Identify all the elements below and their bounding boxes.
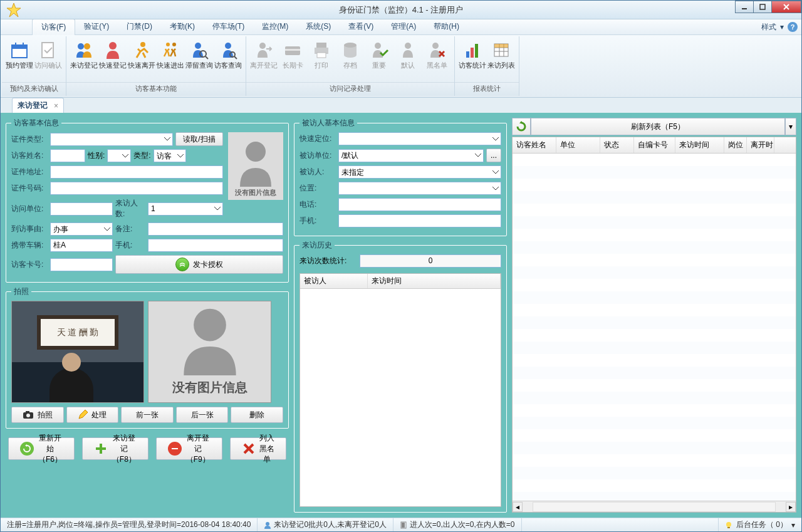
history-col-time[interactable]: 来访时间 (368, 274, 501, 288)
menu-tab-8[interactable]: 管理(A) (382, 19, 425, 35)
reason-select[interactable]: 办事 (50, 222, 113, 236)
cert-no-input[interactable] (50, 182, 223, 195)
menu-tab-4[interactable]: 停车场(T) (204, 19, 253, 35)
tab-close-icon[interactable]: × (54, 102, 58, 110)
ribbon-person-leave[interactable]: 离开登记 (250, 38, 278, 82)
ribbon-run-two[interactable]: 快速进出 (157, 38, 184, 82)
ribbon-bars[interactable]: 访客统计 (459, 38, 486, 82)
grid-col-2[interactable]: 状态 (600, 137, 634, 153)
svg-rect-45 (26, 411, 29, 413)
ribbon-person-yellow[interactable]: 默认 (394, 38, 422, 82)
cert-addr-input[interactable] (50, 165, 223, 179)
blacklist-button[interactable]: 列入黑名单 (230, 437, 286, 460)
ribbon-people-blue[interactable]: 来访登记 (70, 38, 98, 82)
host-unit-select[interactable]: /默认 (338, 149, 484, 162)
svg-point-15 (172, 43, 176, 46)
style-menu[interactable]: 样式 (761, 22, 776, 33)
restart-button[interactable]: 重新开始（F6） (8, 437, 75, 460)
grid-hscrollbar[interactable]: ◂▸ (513, 501, 796, 512)
next-photo-button[interactable]: 后一张 (176, 407, 229, 423)
ribbon-person-red[interactable]: 快速登记 (99, 38, 127, 82)
tab-label: 来访登记 (18, 100, 48, 111)
vehicle-input[interactable] (50, 239, 113, 252)
photo-group: 拍照 天 道 酬 勤 没有图片信息 拍照 处理 前一张 (6, 286, 289, 429)
ribbon-doc-check[interactable]: 访问确认 (34, 38, 62, 82)
label-host: 被访人: (299, 167, 336, 177)
unit-browse-button[interactable]: ... (486, 149, 501, 162)
doc-check-icon (38, 40, 58, 60)
ribbon-db[interactable]: 存档 (336, 38, 364, 82)
svg-point-22 (259, 43, 266, 49)
menu-tab-9[interactable]: 帮助(H) (425, 19, 468, 35)
card-icon (283, 40, 303, 60)
host-info-legend: 被访人基本信息 (299, 118, 357, 128)
remark-input[interactable] (148, 222, 283, 236)
style-dropdown-icon[interactable]: ▾ (780, 23, 784, 31)
menu-tab-1[interactable]: 验证(Y) (75, 19, 118, 35)
refresh-dropdown-button[interactable]: ▾ (785, 118, 796, 135)
close-button[interactable] (771, 1, 801, 13)
menu-tab-2[interactable]: 门禁(D) (118, 19, 161, 35)
status-tasks[interactable]: 后台任务（ 0）▾ (718, 518, 801, 531)
ribbon-calendar[interactable]: 预约管理 (6, 38, 33, 82)
ribbon-run-yellow[interactable]: 快速离开 (128, 38, 155, 82)
ribbon-card[interactable]: 长期卡 (279, 38, 306, 82)
cert-type-select[interactable] (50, 133, 173, 146)
category-select[interactable]: 访客 (154, 149, 186, 162)
quick-locate-select[interactable] (338, 132, 501, 145)
help-icon[interactable]: ? (788, 22, 798, 32)
photo-legend: 拍照 (11, 286, 31, 297)
issue-card-button[interactable]: 发卡授权 (115, 255, 283, 274)
menu-tab-5[interactable]: 监控(M) (253, 19, 297, 35)
phone-input[interactable] (148, 239, 283, 252)
label-remark: 备注: (115, 224, 145, 234)
status-login-info: 注册=注册用户,岗位=终端,操作员=管理员,登录时间=2016-08-04 18… (1, 518, 258, 531)
refresh-list-button[interactable]: 刷新列表（F5） (531, 118, 785, 135)
leave-button[interactable]: 离开登记（F9） (156, 437, 222, 460)
visit-unit-input[interactable] (50, 202, 113, 216)
svg-point-12 (109, 42, 117, 50)
shoot-button[interactable]: 拍照 (11, 407, 64, 423)
delete-photo-button[interactable]: 删除 (231, 407, 283, 423)
tel-input[interactable] (338, 198, 501, 211)
prev-photo-button[interactable]: 前一张 (121, 407, 174, 423)
read-scan-button[interactable]: 读取/扫描 (175, 132, 223, 146)
ribbon-person-search[interactable]: 访客查询 (214, 38, 242, 82)
register-button[interactable]: 来访登记（F8） (82, 437, 148, 460)
history-col-host[interactable]: 被访人 (300, 274, 368, 288)
grid-col-1[interactable]: 单位 (556, 137, 600, 153)
visitor-name-input[interactable] (50, 149, 85, 162)
svg-rect-48 (172, 448, 178, 449)
refresh-icon-button[interactable] (512, 118, 531, 135)
minimize-button[interactable] (735, 1, 754, 13)
printer-icon (311, 40, 331, 60)
maximize-button[interactable] (753, 1, 772, 13)
menu-tab-3[interactable]: 考勤(K) (161, 19, 204, 35)
ribbon-table[interactable]: 来访列表 (487, 38, 515, 82)
grid-col-0[interactable]: 访客姓名 (513, 137, 556, 153)
grid-body[interactable] (513, 154, 796, 501)
visitor-info-legend: 访客基本信息 (11, 118, 61, 128)
process-button[interactable]: 处理 (66, 407, 119, 423)
ribbon-person-lens[interactable]: 滞留查询 (185, 38, 213, 82)
position-select[interactable] (338, 182, 501, 195)
label-visit-count-stat: 来访次数统计: (299, 256, 357, 266)
ribbon-person-x[interactable]: 黑名单 (423, 38, 450, 82)
mobile-input[interactable] (338, 214, 501, 227)
menu-tab-7[interactable]: 查看(V) (340, 19, 382, 35)
visit-count-select[interactable]: 1 (148, 202, 223, 216)
gender-select[interactable] (107, 149, 131, 162)
grid-col-6[interactable]: 离开时 (747, 137, 774, 153)
card-no-input[interactable] (50, 258, 113, 271)
ribbon-printer[interactable]: 打印 (308, 38, 335, 82)
tab-visit-register[interactable]: 来访登记 × (12, 98, 64, 113)
history-legend: 来访历史 (299, 240, 335, 251)
grid-col-4[interactable]: 来访时间 (675, 137, 724, 153)
host-select[interactable]: 未指定 (338, 165, 501, 179)
grid-col-5[interactable]: 岗位 (724, 137, 747, 153)
grid-col-3[interactable]: 自编卡号 (634, 137, 675, 153)
menu-tab-0[interactable]: 访客(F) (32, 19, 75, 35)
ribbon-person-check[interactable]: 重要 (365, 38, 393, 82)
menu-tab-6[interactable]: 系统(S) (297, 19, 340, 35)
person-leave-icon (254, 40, 274, 60)
